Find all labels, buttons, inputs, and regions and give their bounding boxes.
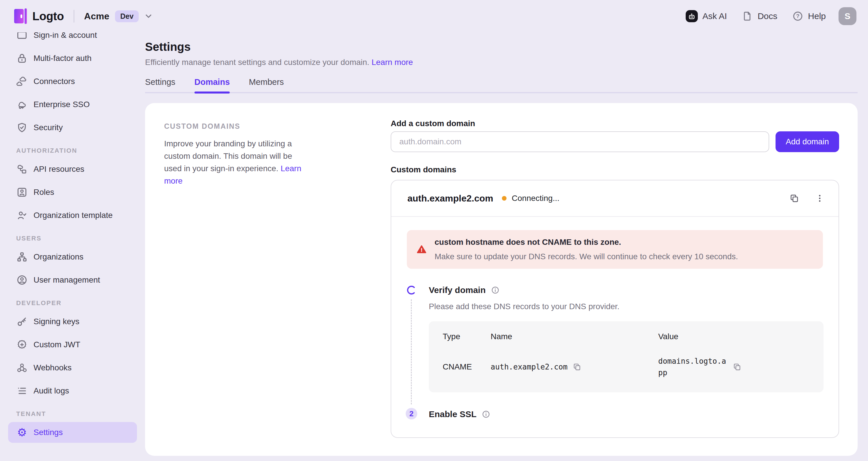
sidebar: Sign-in & account Multi-factor auth Conn… — [0, 32, 145, 461]
status-text: Connecting... — [512, 194, 559, 203]
app-window: Logto Acme Dev Ask AI — [0, 0, 868, 461]
dns-col-type: Type — [443, 332, 491, 341]
subtitle-learn-more-link[interactable]: Learn more — [372, 58, 413, 67]
sidebar-item-webhooks[interactable]: Webhooks — [8, 357, 137, 378]
logo-wordmark: Logto — [32, 10, 64, 23]
sidebar-item-label: Organization template — [33, 211, 113, 220]
kebab-menu-icon[interactable] — [815, 193, 825, 203]
sidebar-item-label: API resources — [33, 165, 84, 174]
page-subtitle: Efficiently manage tenant settings and c… — [145, 57, 868, 68]
sidebar-item-enterprise-sso[interactable]: Enterprise SSO — [8, 94, 137, 115]
sidebar-item-label: Webhooks — [33, 363, 72, 372]
warning-icon — [417, 244, 427, 254]
window-icon — [16, 32, 28, 41]
tab-members[interactable]: Members — [249, 77, 284, 92]
sidebar-item-signing-keys[interactable]: Signing keys — [8, 311, 137, 332]
sidebar-item-connectors[interactable]: Connectors — [8, 71, 137, 92]
connectors-icon — [16, 76, 28, 87]
sidebar-section-authorization: AUTHORIZATION — [8, 142, 137, 159]
sidebar-item-label: Settings — [33, 428, 63, 437]
docs-button[interactable]: Docs — [742, 11, 777, 22]
domain-name: auth.example2.com — [407, 193, 493, 204]
sidebar-item-label: Connectors — [33, 77, 75, 86]
dns-hint: Please add these DNS records to your DNS… — [429, 302, 824, 311]
custom-domains-intro: CUSTOM DOMAINS Improve your branding by … — [164, 122, 306, 187]
domain-card: auth.example2.com Connecting... — [391, 180, 839, 438]
shield-check-icon — [16, 122, 28, 133]
docs-label: Docs — [757, 11, 777, 21]
error-banner: custom hostname does not CNAME to this z… — [407, 230, 823, 269]
top-bar: Logto Acme Dev Ask AI — [0, 0, 868, 32]
status-dot — [502, 196, 506, 201]
tenant-selector[interactable]: Acme Dev — [84, 10, 153, 22]
sidebar-section-users: USERS — [8, 230, 137, 246]
sidebar-item-roles[interactable]: Roles — [8, 182, 137, 203]
sidebar-item-organizations[interactable]: Organizations — [8, 246, 137, 267]
ask-ai-button[interactable]: Ask AI — [686, 10, 727, 22]
tab-domains[interactable]: Domains — [194, 77, 230, 92]
tab-settings[interactable]: Settings — [145, 77, 176, 92]
dns-col-value: Value — [658, 332, 810, 341]
add-domain-button[interactable]: Add domain — [776, 131, 839, 152]
logo[interactable]: Logto — [14, 8, 64, 24]
add-domain-label: Add a custom domain — [391, 119, 839, 128]
list-icon — [16, 385, 28, 397]
custom-domains-list-label: Custom domains — [391, 165, 839, 175]
help-label: Help — [808, 11, 826, 21]
enable-ssl-title: Enable SSL — [429, 409, 476, 419]
sidebar-item-label: Organizations — [33, 252, 84, 262]
copy-icon[interactable] — [733, 363, 741, 371]
cloud-key-icon — [16, 99, 28, 110]
lock-icon — [16, 53, 28, 64]
info-icon[interactable] — [482, 410, 490, 419]
sidebar-item-label: Roles — [33, 188, 54, 197]
sidebar-item-multi-factor-auth[interactable]: Multi-factor auth — [8, 48, 137, 69]
copy-icon[interactable] — [573, 363, 581, 371]
seal-plus-icon — [16, 339, 28, 351]
sidebar-item-label: Signing keys — [33, 317, 80, 326]
dns-col-name: Name — [491, 332, 658, 341]
sidebar-item-api-resources[interactable]: API resources — [8, 159, 137, 179]
domains-panel: CUSTOM DOMAINS Improve your branding by … — [145, 103, 858, 456]
svg-text:?: ? — [796, 13, 800, 19]
chevron-down-icon — [144, 11, 153, 21]
sidebar-item-settings[interactable]: ⚙ Settings — [8, 422, 137, 443]
env-badge: Dev — [115, 10, 139, 22]
ask-ai-icon — [686, 10, 698, 22]
sidebar-item-label: Multi-factor auth — [33, 54, 92, 63]
sidebar-section-developer: DEVELOPER — [8, 295, 137, 311]
page-title: Settings — [145, 39, 868, 55]
custom-domain-input[interactable] — [391, 131, 769, 152]
avatar[interactable]: S — [839, 7, 857, 25]
sidebar-item-label: User management — [33, 275, 100, 285]
key-icon — [16, 316, 28, 327]
info-icon[interactable] — [491, 286, 500, 294]
sidebar-item-audit-logs[interactable]: Audit logs — [8, 381, 137, 401]
enable-ssl-step: 2 Enable SSL — [407, 409, 823, 420]
webhook-icon — [16, 362, 28, 373]
help-button[interactable]: ? Help — [792, 11, 826, 22]
tab-bar: Settings Domains Members — [145, 77, 858, 93]
person-card-icon — [16, 187, 28, 198]
sidebar-item-label: Audit logs — [33, 386, 69, 395]
sidebar-item-organization-template[interactable]: Organization template — [8, 205, 137, 226]
sidebar-item-user-management[interactable]: User management — [8, 270, 137, 290]
org-tree-icon — [16, 251, 28, 263]
verify-domain-title: Verify domain — [429, 285, 486, 295]
copy-icon[interactable] — [789, 193, 799, 203]
tenant-name: Acme — [84, 11, 109, 22]
gear-icon: ⚙ — [16, 427, 28, 438]
section-description: Improve your branding by utilizing a cus… — [164, 137, 306, 187]
help-icon: ? — [792, 11, 803, 22]
domain-card-header: auth.example2.com Connecting... — [391, 180, 839, 217]
sidebar-item-sign-in-account[interactable]: Sign-in & account — [8, 32, 137, 45]
main-content: Settings Efficiently manage tenant setti… — [145, 32, 868, 461]
sidebar-item-custom-jwt[interactable]: Custom JWT — [8, 334, 137, 355]
docs-icon — [742, 11, 753, 22]
sidebar-item-security[interactable]: Security — [8, 117, 137, 138]
person-circle-icon — [16, 274, 28, 286]
sidebar-item-label: Custom JWT — [33, 340, 80, 349]
dns-records-table: Type Name Value CNAME auth.example2.com — [429, 321, 824, 392]
sidebar-item-label: Enterprise SSO — [33, 100, 90, 109]
step-connector-line — [411, 299, 412, 404]
